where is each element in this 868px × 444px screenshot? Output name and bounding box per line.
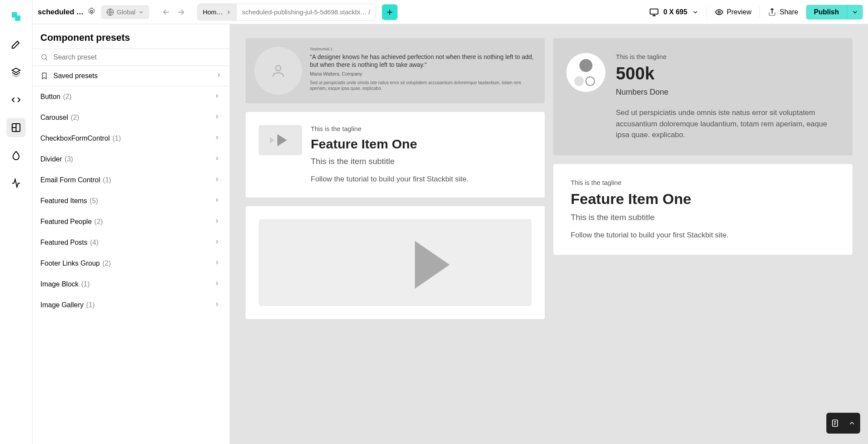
chevron-right-icon	[214, 176, 220, 184]
chevron-down-icon	[138, 9, 144, 15]
preset-row-checkbox[interactable]: CheckboxFormControl(1)	[33, 128, 228, 149]
preview-button[interactable]: Preview	[715, 8, 752, 16]
settings-icon[interactable]	[87, 7, 96, 17]
chart-placeholder-icon	[566, 53, 605, 92]
feature-desc: Follow the tutorial to build your first …	[311, 174, 469, 184]
publish-group: Publish	[806, 5, 863, 20]
page-breadcrumb: Hom… scheduled-publishing-jul-5-5d698.st…	[197, 3, 376, 21]
activity-icon[interactable]	[7, 174, 26, 193]
locale-selector[interactable]: Global	[101, 5, 149, 19]
preset-preview-feature-2[interactable]: This is the tagline Feature Item One Thi…	[553, 164, 852, 255]
svg-rect-3	[650, 9, 658, 14]
feature-body: This is the tagline Feature Item One Thi…	[311, 125, 469, 184]
saved-presets-row[interactable]: Saved presets	[33, 66, 230, 86]
chevron-right-icon	[214, 155, 220, 163]
chevron-right-icon	[214, 114, 220, 122]
preset-preview-stat[interactable]: This is the tagline 500k Numbers Done Se…	[553, 38, 852, 155]
preview-canvas[interactable]: Testimonial 1 "A designer knows he has a…	[230, 24, 868, 444]
testimonial-body: Testimonial 1 "A designer knows he has a…	[310, 47, 536, 95]
svg-point-4	[718, 11, 720, 13]
feature-body: This is the tagline Feature Item One Thi…	[571, 179, 835, 240]
chevron-down-icon	[852, 9, 858, 16]
canvas-col-left: Testimonial 1 "A designer knows he has a…	[246, 38, 545, 319]
chevron-right-icon	[214, 260, 220, 267]
feature-tagline: This is the tagline	[571, 179, 835, 186]
stat-value: 500k	[616, 64, 839, 83]
chevron-right-icon	[214, 135, 220, 142]
search-input[interactable]	[53, 53, 222, 61]
share-icon	[768, 8, 776, 16]
droplet-icon[interactable]	[7, 146, 26, 165]
testimonial-label: Testimonial 1	[310, 47, 536, 51]
media-placeholder-icon	[259, 125, 302, 155]
edit-icon[interactable]	[7, 35, 26, 54]
feature-title: Feature Item One	[311, 137, 469, 151]
component-presets-panel: Component presets Saved presets Button(2…	[33, 24, 230, 444]
preset-preview-media[interactable]	[246, 206, 545, 319]
feature-desc: Follow the tutorial to build your first …	[571, 230, 835, 240]
chevron-right-icon	[214, 93, 220, 101]
canvas-col-right: This is the tagline 500k Numbers Done Se…	[553, 38, 852, 255]
preset-row-button[interactable]: Button(2)	[33, 86, 228, 107]
publish-button[interactable]: Publish	[806, 5, 847, 20]
app-logo[interactable]	[7, 7, 26, 26]
preset-row-featured-posts[interactable]: Featured Posts(4)	[33, 232, 228, 253]
main: scheduled … Global Hom… scheduled-publis…	[33, 0, 868, 444]
preset-row-footer-links[interactable]: Footer Links Group(2)	[33, 253, 228, 274]
feature-tagline: This is the tagline	[311, 125, 469, 132]
monitor-icon	[649, 7, 659, 17]
stat-lorem: Sed ut perspiciatis unde omnis iste natu…	[616, 107, 839, 141]
topbar-right: 0 X 695 Preview Share Publish	[649, 5, 863, 20]
chevron-right-icon	[214, 301, 220, 309]
page-crumb-item[interactable]: Hom…	[197, 4, 237, 20]
preview-url[interactable]: scheduled-publishing-jul-5-5d698.stackbi…	[237, 8, 375, 16]
preset-row-divider[interactable]: Divider(3)	[33, 149, 228, 170]
divider	[760, 6, 760, 18]
chevron-up-icon	[848, 419, 856, 427]
svg-point-6	[276, 66, 281, 71]
plus-icon	[385, 8, 394, 16]
grid-panel-icon[interactable]	[7, 118, 26, 137]
search-row	[33, 49, 230, 66]
feature-subtitle: This is the item subtitle	[311, 157, 469, 166]
eye-icon	[715, 8, 723, 16]
nav-arrows	[161, 7, 186, 17]
preset-row-image-block[interactable]: Image Block(1)	[33, 274, 228, 295]
document-icon	[831, 419, 839, 428]
code-icon[interactable]	[7, 90, 26, 109]
chevron-right-icon	[214, 218, 220, 226]
layers-icon[interactable]	[7, 62, 26, 82]
content: Component presets Saved presets Button(2…	[33, 24, 868, 444]
search-icon	[40, 53, 48, 61]
preset-row-email[interactable]: Email Form Control(1)	[33, 170, 228, 191]
share-button[interactable]: Share	[768, 8, 799, 16]
floating-widget[interactable]	[826, 413, 860, 434]
stat-tagline: This is the tagline	[616, 53, 839, 60]
feature-title: Feature Item One	[571, 191, 835, 207]
svg-point-1	[90, 10, 92, 12]
forward-icon[interactable]	[176, 7, 186, 17]
preset-row-carousel[interactable]: Carousel(2)	[33, 107, 228, 128]
panel-title: Component presets	[40, 32, 130, 43]
preset-preview-testimonial[interactable]: Testimonial 1 "A designer knows he has a…	[246, 38, 545, 103]
testimonial-lorem: Sed ut perspiciatis unde omnis iste natu…	[310, 80, 536, 91]
back-icon[interactable]	[161, 7, 171, 17]
add-button[interactable]	[382, 4, 398, 20]
preset-row-featured-people[interactable]: Featured People(2)	[33, 211, 228, 232]
locale-label: Global	[117, 8, 135, 16]
preset-preview-feature[interactable]: This is the tagline Feature Item One Thi…	[246, 112, 545, 197]
preset-row-image-gallery[interactable]: Image Gallery(1)	[33, 295, 228, 316]
panel-header: Component presets	[33, 24, 230, 49]
chevron-right-icon	[214, 197, 220, 205]
preset-row-featured-items[interactable]: Featured Items(5)	[33, 191, 228, 211]
avatar-placeholder-icon	[254, 47, 302, 95]
preset-list[interactable]: Button(2) Carousel(2) CheckboxFormContro…	[33, 86, 230, 444]
viewport-selector[interactable]: 0 X 695	[649, 7, 698, 17]
chevron-right-icon	[216, 72, 222, 80]
publish-options-button[interactable]	[847, 5, 863, 20]
stat-body: This is the tagline 500k Numbers Done Se…	[616, 53, 839, 141]
media-placeholder-icon	[259, 219, 532, 306]
left-rail	[0, 0, 33, 444]
site-name[interactable]: scheduled …	[38, 8, 84, 16]
chevron-down-icon	[692, 9, 699, 16]
